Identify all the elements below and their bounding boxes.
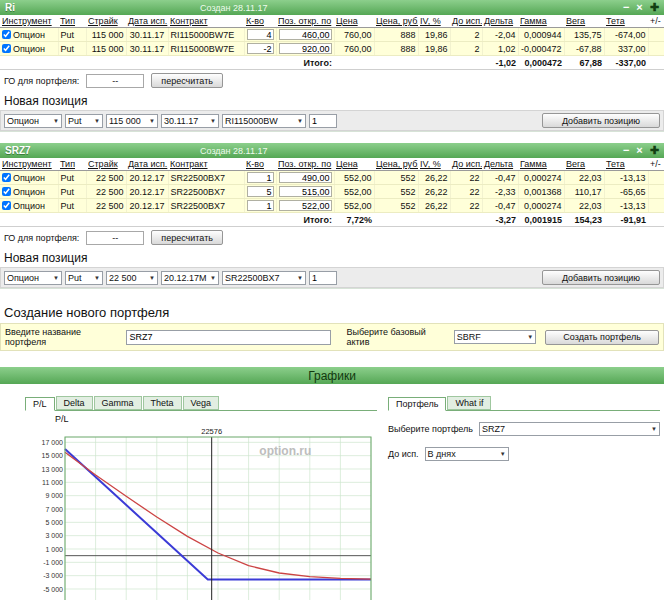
col-exp-date[interactable]: Дата исп.: [126, 15, 168, 28]
type-select[interactable]: Put▼: [65, 114, 103, 128]
contract-select[interactable]: SR22500BX7▼: [222, 271, 306, 285]
svg-text:-3 000: -3 000: [43, 572, 63, 579]
date-select[interactable]: 20.12.17М▼: [161, 271, 219, 285]
col-strike[interactable]: Страйк: [86, 15, 126, 28]
col-gamma[interactable]: Гамма: [518, 158, 564, 171]
col-qty[interactable]: К-во: [244, 15, 276, 28]
strike-select[interactable]: 22 500▼: [106, 271, 158, 285]
row-price-rub: 552: [374, 199, 418, 213]
qty-input[interactable]: [247, 200, 274, 211]
minimize-icon[interactable]: −: [623, 2, 629, 13]
add-icon[interactable]: ✚: [650, 2, 659, 13]
col-instrument[interactable]: Инструмент: [0, 15, 58, 28]
instrument-select-value: Опцион: [7, 273, 39, 283]
totals-label: Итого:: [0, 213, 334, 227]
qty-input[interactable]: [247, 43, 274, 54]
tab-whatif[interactable]: What if: [447, 396, 491, 410]
row-checkbox[interactable]: [2, 187, 11, 196]
row-instrument: Опцион: [13, 173, 45, 183]
col-price[interactable]: Цена: [334, 15, 374, 28]
days-select[interactable]: В днях▼: [425, 447, 509, 461]
row-checkbox[interactable]: [2, 30, 11, 39]
row-contract: SR22500BX7: [168, 171, 244, 185]
recalc-button[interactable]: пересчитать: [151, 230, 223, 245]
portfolio-name-input[interactable]: [126, 330, 331, 345]
qty-input[interactable]: [247, 172, 274, 183]
row-checkbox[interactable]: [2, 44, 11, 53]
col-instrument[interactable]: Инструмент: [0, 158, 58, 171]
minimize-icon[interactable]: −: [623, 145, 629, 156]
col-contract[interactable]: Контракт: [168, 158, 244, 171]
date-select[interactable]: 30.11.17▼: [161, 114, 219, 128]
col-delta[interactable]: Дельта: [482, 15, 518, 28]
row-plusminus: [648, 185, 664, 199]
type-select[interactable]: Put▼: [65, 271, 103, 285]
new-qty-input[interactable]: [309, 271, 337, 285]
close-icon[interactable]: ×: [636, 2, 642, 13]
positions-table: Инструмент Тип Страйк Дата исп. Контракт…: [0, 158, 664, 227]
tab-gamma[interactable]: Gamma: [94, 396, 142, 410]
col-type[interactable]: Тип: [58, 158, 86, 171]
portfolio-select-value: SRZ7: [482, 424, 505, 434]
col-open-pos[interactable]: Поз. откр. по: [276, 158, 334, 171]
recalc-button[interactable]: пересчитать: [151, 73, 223, 88]
col-price-rub[interactable]: Цена, руб.: [374, 15, 418, 28]
new-qty-input[interactable]: [309, 114, 337, 128]
col-iv[interactable]: IV, %: [418, 158, 450, 171]
tab-pl[interactable]: P/L: [25, 397, 55, 411]
portfolio-select[interactable]: SRZ7▼: [479, 422, 660, 436]
open-price-input[interactable]: [279, 186, 332, 197]
contract-select-value: RI115000BW: [225, 116, 278, 126]
base-asset-select[interactable]: SBRF▼: [454, 330, 537, 344]
portfolio-panel-srz7: SRZ7 Создан 28.11.17 − × ✚ Инструмент Ти…: [0, 143, 664, 289]
qty-input[interactable]: [247, 186, 274, 197]
portfolio-name-label: Введите название портфеля: [5, 327, 119, 347]
row-iv: 26,22: [418, 199, 450, 213]
open-price-input[interactable]: [279, 172, 332, 183]
total-theta: -91,91: [604, 213, 648, 227]
instrument-select[interactable]: Опцион▼: [4, 114, 62, 128]
col-contract[interactable]: Контракт: [168, 15, 244, 28]
qty-input[interactable]: [247, 29, 274, 40]
add-position-button[interactable]: Добавить позицию: [542, 270, 660, 285]
col-type[interactable]: Тип: [58, 15, 86, 28]
contract-select[interactable]: RI115000BW▼: [222, 114, 306, 128]
col-delta[interactable]: Дельта: [482, 158, 518, 171]
row-instrument: Опцион: [13, 30, 45, 40]
tab-theta[interactable]: Theta: [143, 396, 182, 410]
tab-delta[interactable]: Delta: [56, 396, 93, 410]
col-gamma[interactable]: Гамма: [518, 15, 564, 28]
tab-portfolio[interactable]: Портфель: [388, 397, 446, 411]
col-open-pos[interactable]: Поз. откр. по: [276, 15, 334, 28]
col-iv[interactable]: IV, %: [418, 15, 450, 28]
row-checkbox[interactable]: [2, 173, 11, 182]
open-price-input[interactable]: [279, 200, 332, 211]
col-exp-date[interactable]: Дата исп.: [126, 158, 168, 171]
col-vega[interactable]: Вега: [564, 15, 604, 28]
row-checkbox[interactable]: [2, 201, 11, 210]
svg-text:3 000: 3 000: [45, 532, 63, 539]
create-portfolio-button[interactable]: Создать портфель: [545, 330, 659, 345]
tab-vega[interactable]: Vega: [183, 396, 220, 410]
instrument-select[interactable]: Опцион▼: [4, 271, 62, 285]
col-vega[interactable]: Вега: [564, 158, 604, 171]
col-days[interactable]: До исп.: [450, 158, 482, 171]
row-contract: SR22500BX7: [168, 199, 244, 213]
col-days[interactable]: До исп.: [450, 15, 482, 28]
add-position-button[interactable]: Добавить позицию: [542, 113, 660, 128]
open-price-input[interactable]: [279, 29, 332, 40]
col-strike[interactable]: Страйк: [86, 158, 126, 171]
add-icon[interactable]: ✚: [650, 145, 659, 156]
row-days: 22: [450, 185, 482, 199]
strike-select[interactable]: 115 000▼: [106, 114, 158, 128]
chevron-down-icon: ▼: [149, 275, 155, 281]
col-theta[interactable]: Тета: [604, 15, 648, 28]
total-gamma: 0,000472: [518, 56, 564, 70]
open-price-input[interactable]: [279, 43, 332, 54]
col-price-rub[interactable]: Цена, руб.: [374, 158, 418, 171]
close-icon[interactable]: ×: [636, 145, 642, 156]
col-theta[interactable]: Тета: [604, 158, 648, 171]
col-price[interactable]: Цена: [334, 158, 374, 171]
col-qty[interactable]: К-во: [244, 158, 276, 171]
row-plusminus: [648, 42, 664, 56]
